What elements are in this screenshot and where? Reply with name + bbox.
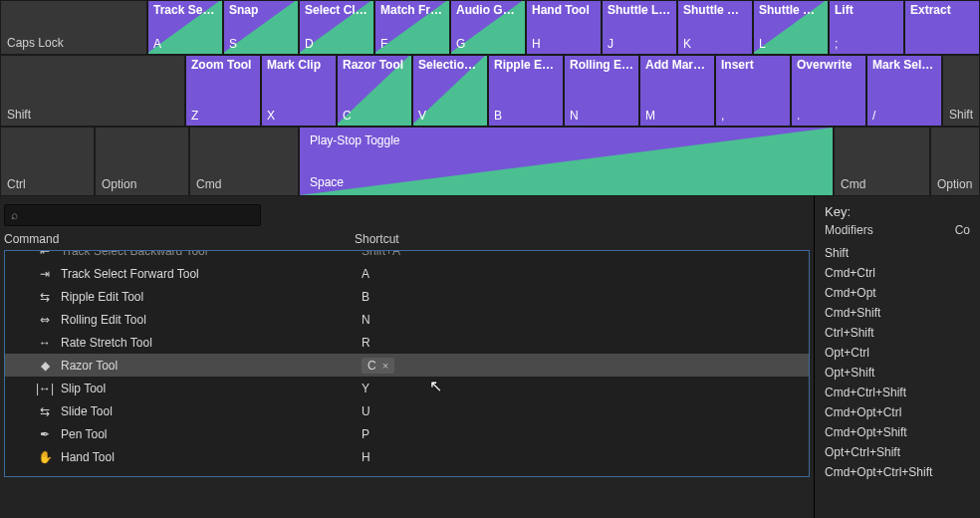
modifier-item[interactable]: Ctrl+Shift: [825, 323, 970, 343]
col-shortcut: Shortcut: [355, 232, 810, 246]
ctrl-key[interactable]: Ctrl: [0, 127, 95, 196]
modifier-item[interactable]: Opt+Ctrl: [825, 343, 970, 363]
modifier-item[interactable]: Cmd+Shift: [825, 303, 970, 323]
shift-key-left[interactable]: Shift: [0, 55, 185, 127]
key-Z[interactable]: Zoom ToolZ: [185, 55, 261, 127]
list-item[interactable]: ⇤Track Select Backward ToolShift+A: [5, 250, 809, 262]
shift-key-right[interactable]: Shift: [942, 55, 980, 127]
modifier-item[interactable]: Opt+Ctrl+Shift: [825, 442, 970, 462]
tool-icon: ↔: [35, 336, 55, 350]
list-item[interactable]: ⇆Ripple Edit ToolB: [5, 285, 809, 308]
tool-icon: ✒: [35, 427, 55, 441]
spacebar-action: Play-Stop Toggle: [310, 133, 823, 147]
cmd-key-right[interactable]: Cmd: [834, 127, 930, 196]
search-field[interactable]: [18, 208, 254, 223]
shift-label: Shift: [7, 108, 178, 122]
tool-icon: ⇤: [35, 250, 55, 258]
tool-icon: ⇆: [35, 404, 55, 418]
list-item[interactable]: ⇥Track Select Forward ToolA: [5, 262, 809, 285]
option-key-left[interactable]: Option: [95, 127, 189, 196]
clear-shortcut-icon[interactable]: ×: [382, 360, 388, 372]
modifier-item[interactable]: Opt+Shift: [825, 363, 970, 383]
modifier-item[interactable]: Cmd+Ctrl: [825, 263, 970, 283]
shortcut-list-panel: ⌕ Command Shortcut ↖ ⇤Track Select Backw…: [0, 196, 815, 518]
key-D[interactable]: Select Clip at...D: [299, 0, 374, 55]
key-C[interactable]: Razor ToolC: [337, 55, 412, 127]
key-/[interactable]: Mark Selection/: [866, 55, 942, 127]
shift-label-r: Shift: [949, 108, 973, 122]
key-heading: Key:: [825, 204, 970, 219]
modifier-item[interactable]: Cmd+Opt+Shift: [825, 422, 970, 442]
modifiers-heading: Modifiers: [825, 223, 873, 237]
kb-row-caps: Caps Lock Track Select...ASnapSSelect Cl…: [0, 0, 980, 55]
list-item[interactable]: |↔|Slip ToolY: [5, 377, 809, 399]
tool-icon: ⇥: [35, 267, 55, 281]
key-V[interactable]: Selection ToolV: [412, 55, 488, 127]
key-B[interactable]: Ripple Edit ToolB: [488, 55, 564, 127]
key-10[interactable]: Extract: [904, 0, 980, 55]
column-headers: Command Shortcut: [0, 230, 814, 250]
tool-icon: ⇔: [35, 313, 55, 327]
key-X[interactable]: Mark ClipX: [261, 55, 337, 127]
tool-icon: |↔|: [35, 382, 55, 395]
command-list[interactable]: ↖ ⇤Track Select Backward ToolShift+A⇥Tra…: [4, 250, 810, 477]
key-A[interactable]: Track Select...A: [147, 0, 223, 55]
key-F[interactable]: Match FrameF: [374, 0, 450, 55]
modifier-item[interactable]: Cmd+Ctrl+Shift: [825, 383, 970, 402]
key-G[interactable]: Audio Gain...G: [450, 0, 526, 55]
key-;[interactable]: Lift;: [829, 0, 904, 55]
kb-row-bottom: Ctrl Option Cmd Play-Stop Toggle Space C…: [0, 127, 980, 196]
tool-icon: ⇆: [35, 290, 55, 304]
search-input[interactable]: ⌕: [4, 204, 261, 226]
key-S[interactable]: SnapS: [223, 0, 299, 55]
key-H[interactable]: Hand ToolH: [526, 0, 602, 55]
list-item[interactable]: ↔Rate Stretch ToolR: [5, 331, 809, 354]
tool-icon: ◆: [35, 359, 55, 373]
modifier-item[interactable]: Shift: [825, 243, 970, 263]
list-item[interactable]: ✋Hand ToolH: [5, 445, 809, 468]
modifier-item[interactable]: Cmd+Opt: [825, 283, 970, 303]
key-K[interactable]: Shuttle StopK: [677, 0, 753, 55]
tool-icon: ✋: [35, 450, 55, 464]
key-,[interactable]: Insert,: [715, 55, 791, 127]
capslock-key[interactable]: Caps Lock: [0, 0, 147, 55]
list-item[interactable]: ⇔Rolling Edit ToolN: [5, 308, 809, 331]
key-L[interactable]: Shuttle RightL: [753, 0, 829, 55]
modifiers-panel: Key: Modifiers Co ShiftCmd+CtrlCmd+OptCm…: [815, 196, 980, 518]
key-M[interactable]: Add MarkerM: [639, 55, 715, 127]
key-J[interactable]: Shuttle LeftJ: [602, 0, 677, 55]
capslock-label: Caps Lock: [7, 36, 140, 50]
kb-row-shift: Shift Zoom ToolZMark ClipXRazor ToolCSel…: [0, 55, 980, 127]
co-heading: Co: [955, 223, 970, 237]
option-key-right[interactable]: Option: [930, 127, 980, 196]
list-item[interactable]: ⇆Slide ToolU: [5, 399, 809, 422]
modifier-item[interactable]: Cmd+Opt+Ctrl+Shift: [825, 462, 970, 482]
list-item[interactable]: ◆Razor ToolC×: [5, 354, 809, 377]
lower-panels: ⌕ Command Shortcut ↖ ⇤Track Select Backw…: [0, 196, 980, 518]
spacebar-key[interactable]: Play-Stop Toggle Space: [299, 127, 834, 196]
cmd-key-left[interactable]: Cmd: [189, 127, 299, 196]
spacebar-letter: Space: [310, 175, 823, 189]
col-command: Command: [4, 232, 355, 246]
list-item[interactable]: ✒Pen ToolP: [5, 422, 809, 445]
modifier-item[interactable]: Cmd+Opt+Ctrl: [825, 402, 970, 422]
search-icon: ⌕: [11, 208, 18, 222]
key-N[interactable]: Rolling Edit ToolN: [564, 55, 639, 127]
key-.[interactable]: Overwrite.: [791, 55, 866, 127]
